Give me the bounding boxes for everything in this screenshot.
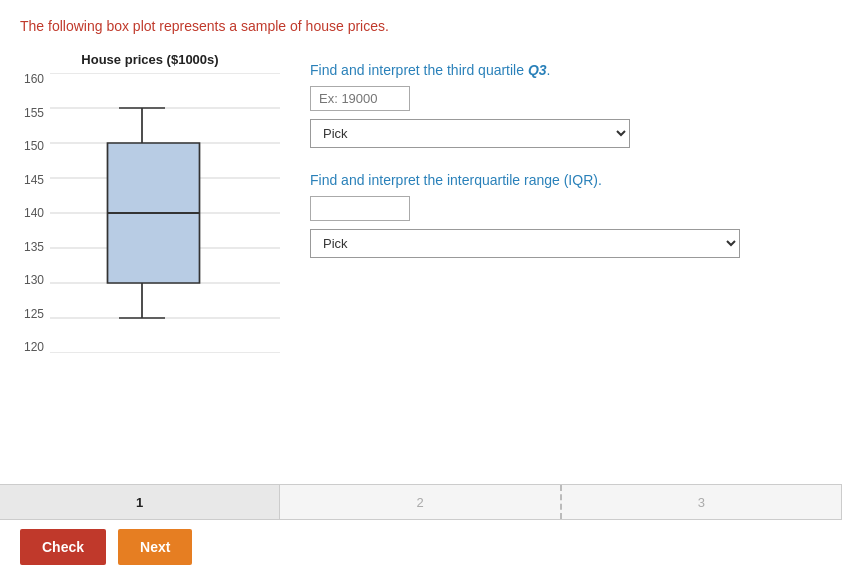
iqr-label: Find and interpret the interquartile ran…	[310, 172, 822, 188]
progress-segment-2[interactable]: 2	[280, 485, 561, 519]
question-block-iqr: Find and interpret the interquartile ran…	[310, 172, 822, 258]
intro-text: The following box plot represents a samp…	[20, 18, 822, 34]
progress-bar: 1 2 3	[0, 484, 842, 520]
chart-plot	[50, 73, 280, 353]
progress-segment-3[interactable]: 3	[562, 485, 842, 519]
iqr-interpretation-dropdown[interactable]: Pick The middle 50% of house prices span…	[310, 229, 740, 258]
q3-value-input[interactable]	[310, 86, 410, 111]
y-label-150: 150	[24, 140, 44, 152]
action-buttons: Check Next	[20, 529, 192, 565]
question-block-q3: Find and interpret the third quartile Q3…	[310, 62, 822, 148]
y-label-145: 145	[24, 174, 44, 186]
check-button[interactable]: Check	[20, 529, 106, 565]
q3-interpretation-dropdown[interactable]: Pick 25% of houses cost less than this 5…	[310, 119, 630, 148]
y-label-130: 130	[24, 274, 44, 286]
next-button[interactable]: Next	[118, 529, 192, 565]
q3-label: Find and interpret the third quartile Q3…	[310, 62, 822, 78]
y-label-155: 155	[24, 107, 44, 119]
questions-area: Find and interpret the third quartile Q3…	[310, 52, 822, 282]
chart-title: House prices ($1000s)	[20, 52, 280, 67]
y-label-135: 135	[24, 241, 44, 253]
y-label-160: 160	[24, 73, 44, 85]
iqr-value-input[interactable]	[310, 196, 410, 221]
y-label-140: 140	[24, 207, 44, 219]
y-label-125: 125	[24, 308, 44, 320]
y-axis: 160 155 150 145 140 135 130 125 120	[20, 73, 50, 353]
y-label-120: 120	[24, 341, 44, 353]
boxplot-svg	[50, 73, 280, 353]
progress-segment-1[interactable]: 1	[0, 485, 280, 519]
